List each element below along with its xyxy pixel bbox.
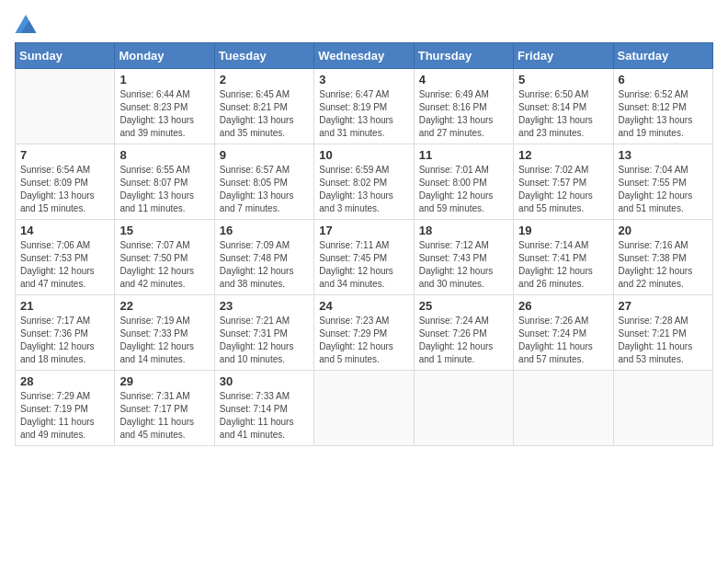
day-number: 30	[220, 374, 309, 388]
day-number: 24	[319, 299, 408, 313]
day-info: Sunrise: 7:06 AM Sunset: 7:53 PM Dayligh…	[20, 239, 109, 291]
calendar-cell: 11Sunrise: 7:01 AM Sunset: 8:00 PM Dayli…	[414, 144, 513, 220]
day-info: Sunrise: 7:11 AM Sunset: 7:45 PM Dayligh…	[319, 239, 408, 291]
calendar-cell: 9Sunrise: 6:57 AM Sunset: 8:05 PM Daylig…	[214, 144, 313, 220]
calendar-cell: 7Sunrise: 6:54 AM Sunset: 8:09 PM Daylig…	[16, 144, 115, 220]
calendar-cell: 8Sunrise: 6:55 AM Sunset: 8:07 PM Daylig…	[115, 144, 214, 220]
calendar-week-row: 7Sunrise: 6:54 AM Sunset: 8:09 PM Daylig…	[16, 144, 713, 220]
day-info: Sunrise: 6:55 AM Sunset: 8:07 PM Dayligh…	[119, 164, 209, 215]
day-info: Sunrise: 7:29 AM Sunset: 7:19 PM Dayligh…	[20, 390, 109, 442]
day-number: 10	[319, 148, 408, 162]
day-info: Sunrise: 7:04 AM Sunset: 7:55 PM Dayligh…	[619, 164, 708, 215]
day-info: Sunrise: 6:45 AM Sunset: 8:21 PM Dayligh…	[220, 88, 309, 140]
calendar-cell: 10Sunrise: 6:59 AM Sunset: 8:02 PM Dayli…	[314, 144, 414, 220]
page-header	[15, 15, 713, 33]
logo-icon	[15, 15, 37, 33]
day-info: Sunrise: 7:23 AM Sunset: 7:29 PM Dayligh…	[319, 315, 408, 366]
day-number: 15	[119, 224, 209, 237]
weekday-header-wednesday: Wednesday	[314, 43, 414, 69]
day-info: Sunrise: 6:49 AM Sunset: 8:16 PM Dayligh…	[419, 88, 508, 140]
calendar-cell: 18Sunrise: 7:12 AM Sunset: 7:43 PM Dayli…	[414, 220, 513, 295]
day-number: 13	[619, 148, 708, 162]
calendar-cell: 25Sunrise: 7:24 AM Sunset: 7:26 PM Dayli…	[414, 295, 513, 371]
day-number: 20	[619, 224, 708, 237]
calendar-week-row: 1Sunrise: 6:44 AM Sunset: 8:23 PM Daylig…	[16, 69, 713, 144]
calendar-cell: 24Sunrise: 7:23 AM Sunset: 7:29 PM Dayli…	[314, 295, 414, 371]
weekday-header-tuesday: Tuesday	[214, 43, 313, 69]
calendar-week-row: 21Sunrise: 7:17 AM Sunset: 7:36 PM Dayli…	[16, 295, 713, 371]
day-number: 11	[419, 148, 508, 162]
day-info: Sunrise: 7:28 AM Sunset: 7:21 PM Dayligh…	[619, 315, 708, 366]
day-number: 28	[20, 374, 109, 388]
day-info: Sunrise: 7:31 AM Sunset: 7:17 PM Dayligh…	[119, 390, 209, 442]
calendar-cell: 13Sunrise: 7:04 AM Sunset: 7:55 PM Dayli…	[613, 144, 712, 220]
weekday-header-monday: Monday	[115, 43, 214, 69]
day-number: 27	[619, 299, 708, 313]
weekday-header-row: SundayMondayTuesdayWednesdayThursdayFrid…	[16, 43, 713, 69]
calendar-cell: 22Sunrise: 7:19 AM Sunset: 7:33 PM Dayli…	[115, 295, 214, 371]
day-info: Sunrise: 6:57 AM Sunset: 8:05 PM Dayligh…	[220, 164, 309, 215]
day-number: 5	[518, 73, 608, 86]
day-number: 22	[119, 299, 209, 313]
day-info: Sunrise: 6:59 AM Sunset: 8:02 PM Dayligh…	[319, 164, 408, 215]
day-number: 18	[419, 224, 508, 237]
calendar-cell: 17Sunrise: 7:11 AM Sunset: 7:45 PM Dayli…	[314, 220, 414, 295]
day-info: Sunrise: 7:24 AM Sunset: 7:26 PM Dayligh…	[419, 315, 508, 366]
day-info: Sunrise: 7:09 AM Sunset: 7:48 PM Dayligh…	[220, 239, 309, 291]
calendar-cell: 20Sunrise: 7:16 AM Sunset: 7:38 PM Dayli…	[613, 220, 712, 295]
day-info: Sunrise: 7:14 AM Sunset: 7:41 PM Dayligh…	[518, 239, 608, 291]
day-info: Sunrise: 7:16 AM Sunset: 7:38 PM Dayligh…	[619, 239, 708, 291]
calendar-cell	[414, 371, 513, 446]
day-info: Sunrise: 7:01 AM Sunset: 8:00 PM Dayligh…	[419, 164, 508, 215]
day-info: Sunrise: 6:47 AM Sunset: 8:19 PM Dayligh…	[319, 88, 408, 140]
day-info: Sunrise: 7:17 AM Sunset: 7:36 PM Dayligh…	[20, 315, 109, 366]
day-info: Sunrise: 6:54 AM Sunset: 8:09 PM Dayligh…	[20, 164, 109, 215]
day-number: 12	[518, 148, 608, 162]
day-number: 25	[419, 299, 508, 313]
weekday-header-thursday: Thursday	[414, 43, 513, 69]
day-number: 6	[619, 73, 708, 86]
day-info: Sunrise: 7:02 AM Sunset: 7:57 PM Dayligh…	[518, 164, 608, 215]
calendar-cell	[16, 69, 115, 144]
day-number: 17	[319, 224, 408, 237]
day-number: 7	[20, 148, 109, 162]
day-info: Sunrise: 6:52 AM Sunset: 8:12 PM Dayligh…	[619, 88, 708, 140]
calendar-cell	[514, 371, 613, 446]
calendar-cell	[613, 371, 712, 446]
calendar-cell: 14Sunrise: 7:06 AM Sunset: 7:53 PM Dayli…	[16, 220, 115, 295]
day-info: Sunrise: 7:26 AM Sunset: 7:24 PM Dayligh…	[518, 315, 608, 366]
day-number: 9	[220, 148, 309, 162]
calendar-cell: 23Sunrise: 7:21 AM Sunset: 7:31 PM Dayli…	[214, 295, 313, 371]
day-number: 23	[220, 299, 309, 313]
calendar-table: SundayMondayTuesdayWednesdayThursdayFrid…	[15, 42, 713, 446]
weekday-header-sunday: Sunday	[16, 43, 115, 69]
day-info: Sunrise: 7:33 AM Sunset: 7:14 PM Dayligh…	[220, 390, 309, 442]
calendar-cell: 16Sunrise: 7:09 AM Sunset: 7:48 PM Dayli…	[214, 220, 313, 295]
day-number: 29	[119, 374, 209, 388]
day-number: 14	[20, 224, 109, 237]
calendar-week-row: 28Sunrise: 7:29 AM Sunset: 7:19 PM Dayli…	[16, 371, 713, 446]
day-info: Sunrise: 6:44 AM Sunset: 8:23 PM Dayligh…	[119, 88, 209, 140]
day-number: 2	[220, 73, 309, 86]
calendar-cell: 6Sunrise: 6:52 AM Sunset: 8:12 PM Daylig…	[613, 69, 712, 144]
calendar-cell: 12Sunrise: 7:02 AM Sunset: 7:57 PM Dayli…	[514, 144, 613, 220]
day-info: Sunrise: 7:12 AM Sunset: 7:43 PM Dayligh…	[419, 239, 508, 291]
day-number: 4	[419, 73, 508, 86]
day-number: 3	[319, 73, 408, 86]
day-number: 19	[518, 224, 608, 237]
calendar-cell: 1Sunrise: 6:44 AM Sunset: 8:23 PM Daylig…	[115, 69, 214, 144]
calendar-cell	[314, 371, 414, 446]
calendar-cell: 27Sunrise: 7:28 AM Sunset: 7:21 PM Dayli…	[613, 295, 712, 371]
day-info: Sunrise: 7:21 AM Sunset: 7:31 PM Dayligh…	[220, 315, 309, 366]
calendar-cell: 15Sunrise: 7:07 AM Sunset: 7:50 PM Dayli…	[115, 220, 214, 295]
calendar-cell: 28Sunrise: 7:29 AM Sunset: 7:19 PM Dayli…	[16, 371, 115, 446]
calendar-cell: 3Sunrise: 6:47 AM Sunset: 8:19 PM Daylig…	[314, 69, 414, 144]
day-number: 26	[518, 299, 608, 313]
day-number: 16	[220, 224, 309, 237]
day-info: Sunrise: 7:07 AM Sunset: 7:50 PM Dayligh…	[119, 239, 209, 291]
calendar-cell: 5Sunrise: 6:50 AM Sunset: 8:14 PM Daylig…	[514, 69, 613, 144]
calendar-cell: 4Sunrise: 6:49 AM Sunset: 8:16 PM Daylig…	[414, 69, 513, 144]
calendar-cell: 26Sunrise: 7:26 AM Sunset: 7:24 PM Dayli…	[514, 295, 613, 371]
calendar-cell: 2Sunrise: 6:45 AM Sunset: 8:21 PM Daylig…	[214, 69, 313, 144]
logo	[15, 15, 40, 33]
